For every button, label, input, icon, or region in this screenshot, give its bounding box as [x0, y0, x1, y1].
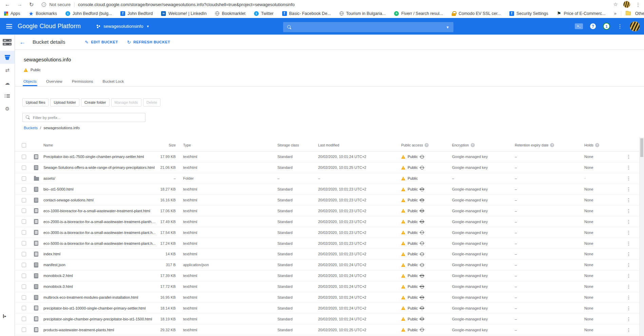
column-last-modified[interactable]: Last modified [318, 143, 401, 147]
filter-input[interactable] [33, 116, 142, 120]
public-link-icon[interactable] [420, 252, 424, 256]
object-name-link[interactable]: eco-5000-is-a-bioreactor-for-a-small-was… [43, 241, 155, 245]
help-icon[interactable]: ? [590, 23, 596, 29]
object-name-link[interactable]: eco-3000-is-a-bioreactor-for-a-small-was… [43, 231, 155, 235]
bookmark-item-security-settings[interactable]: Security Settings [509, 11, 548, 16]
bookmark-item-john-bedford-bulg[interactable]: John Bedford (bulg... [65, 11, 112, 16]
row-checkbox[interactable] [22, 187, 26, 192]
help-icon[interactable]: ? [471, 143, 475, 147]
public-link-icon[interactable] [420, 317, 424, 321]
public-link-icon[interactable] [420, 187, 424, 191]
browser-profile-avatar[interactable] [623, 1, 630, 8]
public-link-icon[interactable] [420, 306, 424, 310]
bookmark-item-john-bedford[interactable]: John Bedford [120, 11, 153, 16]
sidebar-item-transfer-service[interactable]: ☁ [0, 77, 15, 90]
tab-bucket-lock[interactable]: Bucket Lock [102, 76, 125, 86]
row-checkbox[interactable] [22, 219, 26, 224]
bookmark-item-basic-facebook-de[interactable]: Basic- Facebook De... [282, 11, 331, 16]
public-link-icon[interactable] [420, 285, 424, 289]
row-menu-icon[interactable]: ⋮ [626, 209, 631, 213]
row-menu-icon[interactable]: ⋮ [626, 252, 631, 256]
account-avatar[interactable] [630, 21, 640, 32]
row-checkbox[interactable] [22, 263, 26, 267]
row-menu-icon[interactable]: ⋮ [626, 241, 631, 246]
column-name[interactable]: Name [43, 143, 155, 147]
row-menu-icon[interactable]: ⋮ [626, 284, 631, 289]
help-icon[interactable]: ? [550, 143, 554, 147]
public-link-icon[interactable] [420, 155, 424, 159]
public-link-icon[interactable] [420, 231, 424, 234]
object-name-link[interactable]: bio--st1-5000.html [43, 187, 155, 191]
sidebar-item-transfer-appliance[interactable] [0, 90, 15, 102]
row-checkbox[interactable] [22, 176, 26, 181]
tab-overview[interactable]: Overview [45, 76, 63, 86]
row-menu-icon[interactable]: ⋮ [626, 273, 631, 278]
row-menu-icon[interactable]: ⋮ [626, 176, 631, 181]
row-checkbox[interactable] [22, 198, 26, 202]
tab-objects[interactable]: Objects [23, 76, 37, 86]
row-menu-icon[interactable]: ⋮ [626, 198, 631, 202]
row-checkbox[interactable] [22, 241, 26, 245]
address-bar[interactable]: i Not secure | console.cloud.google.com/… [42, 2, 294, 7]
object-name-link[interactable]: products-wastewater-treatment-plants.htm… [43, 328, 155, 332]
help-icon[interactable]: ? [425, 143, 429, 147]
gcp-brand[interactable]: Google Cloud Platform [18, 23, 81, 30]
help-icon[interactable]: ? [595, 143, 599, 147]
public-link-icon[interactable] [420, 220, 424, 223]
notifications-badge[interactable]: 1 [603, 23, 610, 30]
upload-folder-button[interactable]: Upload folder [50, 98, 79, 106]
back-arrow-icon[interactable]: ← [19, 39, 25, 46]
gcp-more-icon[interactable]: ⋮ [617, 24, 623, 29]
bookmark-item-welcome-linkedin[interactable]: Welcome! | LinkedIn [161, 11, 207, 16]
back-icon[interactable]: ← [5, 1, 10, 7]
bookmark-item-bookmarks[interactable]: Bookmarks [29, 11, 57, 16]
bookmark-item-twitter[interactable]: Twitter [254, 11, 274, 16]
public-link-icon[interactable] [420, 274, 424, 278]
object-name-link[interactable]: assets/ [43, 176, 155, 180]
column-holds[interactable]: Holds? [584, 143, 618, 147]
bookmark-item-tourism-in-bulgaria[interactable]: Tourism in Bulgaria... [339, 11, 386, 16]
row-checkbox[interactable] [22, 155, 26, 159]
bookmark-item-price-of-e-commerc[interactable]: Price of E-Commerc... [557, 11, 606, 16]
create-folder-button[interactable]: Create folder [81, 98, 110, 106]
object-name-link[interactable]: eco-2000-is-a-bioreactor-for-a-small-was… [43, 220, 155, 224]
vertical-scrollbar[interactable] [639, 137, 644, 336]
sidebar-item-browser[interactable] [0, 51, 15, 64]
hamburger-menu-icon[interactable] [6, 24, 12, 28]
row-menu-icon[interactable]: ⋮ [626, 187, 631, 192]
bookmark-item-comodo-ev-ssl-cer[interactable]: Comodo EV SSL cer... [451, 11, 501, 16]
edit-bucket-button[interactable]: ✎ EDIT BUCKET [85, 40, 118, 45]
object-name-link[interactable]: contact-sewage-solutions.html [43, 198, 155, 202]
row-menu-icon[interactable]: ⋮ [626, 165, 631, 170]
row-menu-icon[interactable]: ⋮ [626, 154, 631, 159]
project-selector[interactable]: sewagesolutionsinfo ▼ [96, 24, 149, 29]
column-retention[interactable]: Retention expiry date? [515, 143, 584, 147]
public-link-icon[interactable] [420, 209, 424, 213]
object-name-link[interactable]: monoblock-2.html [43, 274, 155, 278]
row-checkbox[interactable] [22, 252, 26, 256]
row-checkbox[interactable] [22, 306, 26, 310]
column-storage-class[interactable]: Storage class [277, 143, 318, 147]
info-icon[interactable]: i [42, 2, 46, 7]
sidebar-expand-button[interactable]: ▸ [3, 314, 6, 318]
row-menu-icon[interactable]: ⋮ [626, 230, 631, 235]
row-menu-icon[interactable]: ⋮ [626, 328, 631, 332]
bookmark-item-apps[interactable]: Apps [4, 11, 20, 16]
row-checkbox[interactable] [22, 328, 26, 332]
row-menu-icon[interactable]: ⋮ [626, 262, 631, 267]
row-menu-icon[interactable]: ⋮ [626, 295, 631, 300]
gcp-search-bar[interactable]: ▼ [283, 22, 453, 32]
row-checkbox[interactable] [22, 230, 26, 235]
object-name-link[interactable]: multirock-eco-treatment-modules-parallel… [43, 295, 155, 299]
bookmark-item-fiverr-search-resul[interactable]: Fiverr / Search resul... [394, 11, 443, 16]
forward-icon[interactable]: → [17, 1, 22, 7]
row-menu-icon[interactable]: ⋮ [626, 317, 631, 321]
column-public-access[interactable]: Public access? [401, 143, 452, 147]
sidebar-item-transfer[interactable]: ⇄ [0, 64, 15, 77]
row-menu-icon[interactable]: ⋮ [626, 219, 631, 224]
public-link-icon[interactable] [420, 166, 424, 170]
upload-files-button[interactable]: Upload files [22, 98, 48, 106]
bookmark-item-bookmarklet[interactable]: Bookmarklet [215, 11, 245, 16]
bookmarks-overflow-icon[interactable]: » [614, 11, 617, 16]
breadcrumb-buckets-link[interactable]: Buckets [24, 126, 38, 130]
